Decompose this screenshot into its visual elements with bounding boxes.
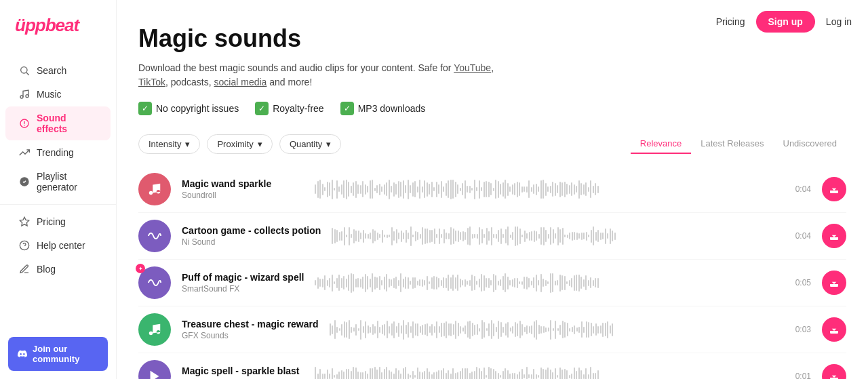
download-button[interactable]	[822, 177, 846, 201]
sidebar-item-pricing[interactable]: Pricing	[5, 210, 111, 233]
download-button[interactable]	[822, 224, 846, 248]
waveform-bar	[545, 230, 547, 242]
sidebar-item-playlist-generator-label: Playlist generator	[37, 171, 97, 193]
waveform-bar	[533, 277, 534, 288]
waveform-bar	[384, 235, 385, 237]
download-button[interactable]	[822, 271, 846, 295]
waveform[interactable]	[315, 364, 781, 379]
track-row[interactable]: Magic wand sparkle Soundroll 0:04	[138, 166, 846, 213]
waveform-bar	[481, 229, 483, 243]
waveform-bar	[417, 281, 418, 285]
download-button[interactable]	[822, 364, 846, 379]
track-row[interactable]: Magic spell - sparkle blast Epic Stock M…	[138, 353, 846, 379]
login-button[interactable]: Log in	[826, 16, 852, 27]
waveform-bar	[374, 188, 376, 191]
waveform-bar	[377, 321, 378, 338]
sidebar-item-music[interactable]: Music	[5, 83, 111, 106]
sidebar-item-search[interactable]: Search	[5, 59, 111, 82]
sort-tab-relevance[interactable]: Relevance	[631, 134, 691, 154]
waveform-bar	[344, 227, 345, 245]
signup-button[interactable]: Sign up	[756, 11, 815, 33]
waveform-bar	[509, 374, 511, 379]
waveform-bar	[547, 367, 549, 379]
waveform-bar	[555, 183, 556, 196]
waveform-bar	[365, 233, 366, 239]
waveform-bar	[593, 326, 594, 334]
sidebar-item-playlist-generator[interactable]: Playlist generator	[5, 165, 111, 199]
waveform-bar	[605, 228, 606, 244]
sidebar-item-blog[interactable]: Blog	[5, 258, 111, 281]
track-row[interactable]: ✦ Puff of magic - wizard spell SmartSoun…	[138, 260, 846, 306]
waveform-bar	[379, 276, 380, 290]
waveform-bar	[365, 321, 366, 338]
waveform-bar	[414, 375, 416, 378]
track-thumbnail[interactable]	[138, 313, 171, 346]
waveform-bar	[529, 232, 530, 241]
waveform-bar	[521, 324, 523, 336]
waveform-bar	[363, 326, 364, 333]
track-thumbnail[interactable]	[138, 360, 171, 379]
top-nav-pricing[interactable]: Pricing	[716, 16, 745, 27]
waveform-bar	[585, 275, 587, 290]
waveform-bar	[531, 231, 532, 241]
sidebar-item-help-center[interactable]: Help center	[5, 234, 111, 257]
waveform-bar	[415, 323, 416, 336]
waveform-bar	[410, 185, 411, 193]
track-title: Cartoon game - collects potion	[182, 225, 321, 236]
waveform-bar	[472, 234, 473, 239]
waveform-bar	[610, 228, 611, 244]
waveform-bar	[405, 277, 406, 289]
waveform-bar	[403, 368, 404, 380]
waveform-bar	[414, 181, 416, 197]
waveform-bar	[396, 229, 397, 243]
track-row[interactable]: Treasure chest - magic reward GFX Sounds…	[138, 306, 846, 353]
waveform-bar	[393, 231, 395, 241]
waveform-bar	[514, 278, 515, 287]
sidebar-item-sound-effects[interactable]: Sound effects	[5, 106, 111, 140]
waveform-bar	[355, 181, 357, 198]
sort-tab-latest[interactable]: Latest Releases	[691, 134, 773, 154]
waveform-bar	[491, 320, 492, 339]
waveform-bar	[431, 324, 433, 336]
sidebar-item-trending[interactable]: Trending	[5, 141, 111, 164]
download-button[interactable]	[822, 317, 846, 342]
waveform-bar	[505, 273, 506, 292]
waveform-bar	[481, 274, 482, 292]
waveform-bar	[500, 184, 501, 195]
track-row[interactable]: Cartoon game - collects potion Ni Sound …	[138, 213, 846, 260]
waveform[interactable]	[332, 224, 781, 248]
track-thumbnail[interactable]	[138, 173, 171, 205]
waveform-bar	[365, 184, 366, 195]
waveform-bar	[425, 228, 426, 244]
waveform-bar	[376, 277, 378, 288]
waveform-bar	[330, 323, 331, 336]
waveform-bar	[379, 234, 380, 238]
waveform-bar	[389, 180, 390, 199]
waveform-bar	[460, 371, 461, 380]
waveform-bar	[424, 371, 425, 379]
waveform-bar	[571, 374, 572, 379]
waveform-bar	[557, 280, 558, 285]
waveform[interactable]	[315, 177, 781, 201]
waveform-bar	[543, 326, 545, 333]
waveform[interactable]	[330, 317, 781, 342]
track-thumbnail[interactable]	[138, 220, 171, 252]
waveform-bar	[555, 321, 556, 339]
svg-point-3	[20, 96, 23, 98]
waveform-bar	[346, 279, 347, 287]
join-community-button[interactable]: Join our community	[8, 337, 108, 371]
waveform-bar	[384, 277, 385, 290]
waveform-bar	[474, 234, 475, 238]
waveform-bar	[574, 184, 575, 195]
waveform-bar	[436, 234, 437, 238]
filter-intensity[interactable]: Intensity ▾	[138, 134, 200, 154]
filter-proximity[interactable]: Proximity ▾	[207, 134, 272, 154]
waveform[interactable]	[315, 271, 781, 295]
sort-tab-undiscovered[interactable]: Undiscovered	[774, 134, 847, 154]
filter-quantity[interactable]: Quantity ▾	[279, 134, 341, 154]
logo[interactable]: üppbeat	[14, 12, 102, 41]
waveform-bar	[580, 370, 582, 379]
waveform-bar	[526, 325, 528, 334]
waveform-bar	[446, 321, 447, 338]
waveform-bar	[450, 277, 452, 289]
